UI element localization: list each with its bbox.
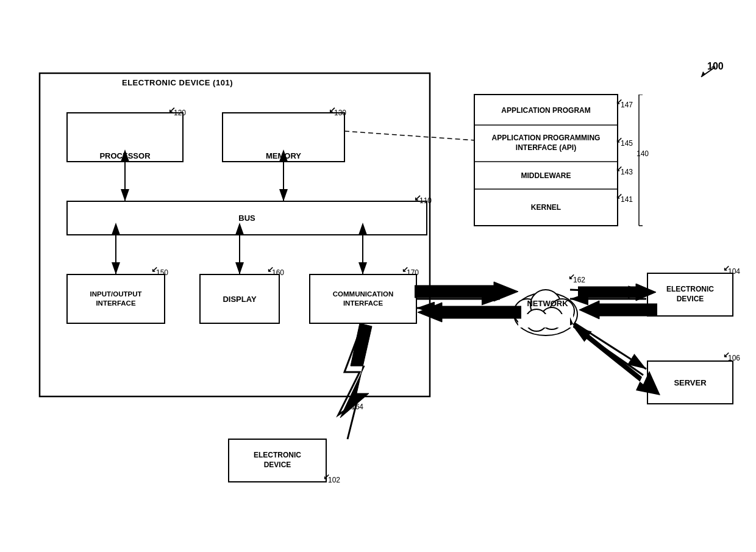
processor-label: PROCESSOR: [67, 131, 183, 180]
display-ref: 160: [272, 268, 284, 277]
svg-point-36: [541, 307, 563, 329]
svg-line-21: [344, 131, 474, 140]
display-label: DISPLAY: [200, 274, 279, 323]
svg-marker-44: [415, 282, 518, 301]
processor-ref: 120: [174, 109, 186, 117]
svg-marker-47: [579, 301, 657, 319]
api-label: APPLICATION PROGRAMMINGINTERFACE (API): [474, 125, 618, 162]
main-box-title: ELECTRONIC DEVICE (101): [122, 78, 233, 87]
api-ref: 145: [621, 139, 633, 148]
io-interface-label: INPUT/OUTPUTINTERFACE: [67, 274, 165, 323]
comm-ref: 170: [407, 268, 419, 277]
svg-point-37: [526, 309, 547, 331]
memory-label: MEMORY: [223, 131, 344, 180]
app-program-label: APPLICATION PROGRAM: [474, 96, 618, 125]
electronic-device-bottom-ref: 102: [328, 476, 340, 484]
middleware-label: MIDDLEWARE: [474, 162, 618, 189]
electronic-device-right-ref: 104: [728, 267, 740, 276]
bus-ref: 110: [419, 196, 432, 205]
comm-interface-label: COMMUNICATIONINTERFACE: [310, 274, 416, 323]
svg-marker-45: [418, 303, 521, 322]
svg-marker-48: [570, 317, 660, 395]
svg-rect-38: [518, 314, 573, 328]
io-ref: 150: [156, 268, 168, 277]
lightning-ref: 164: [351, 403, 363, 411]
network-label: NETWORK: [514, 299, 581, 308]
server-ref: 106: [728, 354, 740, 362]
electronic-device-bottom-label: ELECTRONICDEVICE: [229, 439, 326, 482]
middleware-ref: 143: [621, 168, 633, 176]
svg-marker-46: [578, 284, 656, 301]
electronic-device-right-label: ELECTRONICDEVICE: [647, 273, 733, 316]
memory-ref: 130: [334, 109, 346, 117]
kernel-label: KERNEL: [474, 189, 618, 226]
kernel-ref: 141: [621, 195, 633, 204]
network-ref: 162: [573, 276, 585, 284]
app-program-ref: 147: [621, 101, 633, 109]
svg-rect-5: [40, 73, 430, 396]
bus-label: BUS: [67, 201, 427, 235]
